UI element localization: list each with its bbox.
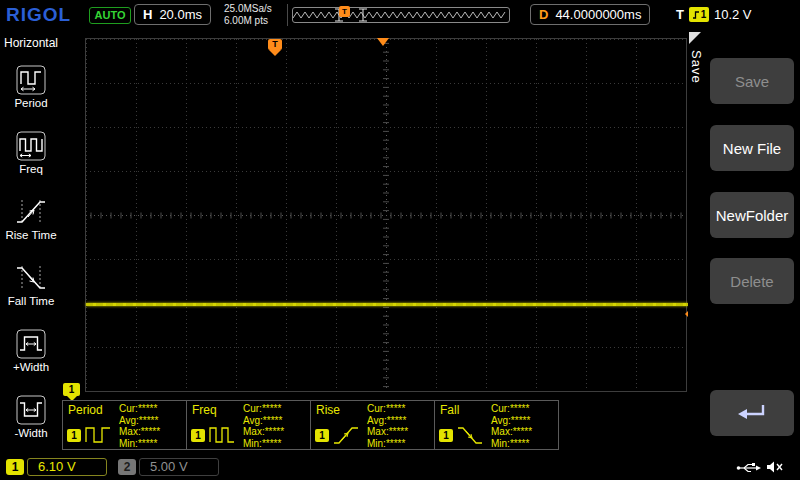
ch1-offset-marker[interactable]: 1 <box>63 383 80 401</box>
stat-label: Max: <box>243 426 265 437</box>
sidebar-item-freq[interactable]: Freq <box>0 120 62 186</box>
oscilloscope-screen: RIGOL AUTO H 20.0ms 25.0MSa/s 6.00M pts … <box>0 0 800 480</box>
sidebar-title: Horizontal <box>0 36 62 50</box>
rising-edge-icon <box>692 10 700 20</box>
stat-label: Max: <box>491 426 513 437</box>
trigger-source-channel: 1 <box>701 9 707 20</box>
trigger-position-flag: T <box>268 39 282 50</box>
stat-cur: Cur:***** <box>119 403 160 415</box>
stat-label: Cur: <box>491 403 510 414</box>
bottom-status-bar: 1 6.10 V 2 5.00 V <box>0 455 800 480</box>
measurement-source: 1 <box>439 424 484 446</box>
waveform-memory-preview[interactable]: T <box>292 7 510 23</box>
usb-icon <box>736 462 762 474</box>
menu-back-button[interactable] <box>710 390 794 436</box>
freq-wave-icon <box>208 424 236 446</box>
measurement-name: Freq <box>192 403 217 417</box>
sidebar-item-pos-width[interactable]: +Width <box>0 318 62 384</box>
measurement-name: Fall <box>440 403 459 417</box>
stat-max: Max:***** <box>491 426 532 438</box>
delay-value: 44.0000000ms <box>555 7 641 22</box>
measure-sidebar: Horizontal Period Freq <box>0 30 62 455</box>
stat-value: ***** <box>138 403 157 414</box>
stat-min: Min:***** <box>367 438 408 450</box>
timebase-value: 20.0ms <box>159 7 202 22</box>
top-status-bar: RIGOL AUTO H 20.0ms 25.0MSa/s 6.00M pts … <box>0 0 800 30</box>
stat-value: ***** <box>389 426 408 437</box>
stat-value: ***** <box>262 403 281 414</box>
stat-label: Avg: <box>243 415 263 426</box>
stat-value: ***** <box>139 415 158 426</box>
sidebar-item-label: +Width <box>13 361 49 373</box>
measurement-stats: Cur:***** Avg:***** Max:***** Min:***** <box>367 403 408 449</box>
channel-badge: 1 <box>315 429 329 442</box>
stat-value: ***** <box>510 438 529 449</box>
sidebar-item-fall-time[interactable]: Fall Time <box>0 252 62 318</box>
stat-value: ***** <box>510 403 529 414</box>
ch1-badge[interactable]: 1 <box>6 459 24 475</box>
rise-time-icon <box>16 197 46 227</box>
memory-depth: 6.00M pts <box>224 15 272 27</box>
menu-new-folder-button[interactable]: NewFolder <box>710 192 794 238</box>
fall-time-icon <box>16 263 46 293</box>
sidebar-item-label: Period <box>14 97 47 109</box>
channel-badge: 1 <box>191 429 205 442</box>
menu-save-button[interactable]: Save <box>710 58 794 104</box>
stat-label: Avg: <box>491 415 511 426</box>
stat-cur: Cur:***** <box>367 403 408 415</box>
ch2-badge[interactable]: 2 <box>118 459 136 475</box>
stat-value: ***** <box>386 403 405 414</box>
menu-delete-button[interactable]: Delete <box>710 258 794 304</box>
topbar-divider <box>287 4 288 26</box>
trigger-position-marker[interactable]: T <box>268 39 282 56</box>
preview-trigger-marker: T <box>339 6 350 17</box>
menu-tab-wedge-icon <box>689 32 701 44</box>
acquisition-status-badge: AUTO <box>89 7 131 24</box>
stat-value: ***** <box>138 438 157 449</box>
sidebar-item-neg-width[interactable]: -Width <box>0 384 62 450</box>
stat-max: Max:***** <box>367 426 408 438</box>
ch1-scale-box[interactable]: 6.10 V <box>27 458 107 476</box>
sidebar-item-label: Rise Time <box>5 229 56 241</box>
pos-width-icon <box>16 329 46 359</box>
sample-rate: 25.0MSa/s <box>224 3 272 15</box>
sidebar-item-period[interactable]: Period <box>0 54 62 120</box>
stat-label: Avg: <box>367 415 387 426</box>
measurement-rise: Rise 1 Cur:***** Avg:***** Max:***** Min… <box>310 400 435 450</box>
delay-group[interactable]: D 44.0000000ms <box>530 4 650 25</box>
stat-cur: Cur:***** <box>491 403 532 415</box>
return-arrow-icon <box>735 401 769 425</box>
stat-label: Max: <box>367 426 389 437</box>
measurement-name: Period <box>68 403 103 417</box>
measurement-fall: Fall 1 Cur:***** Avg:***** Max:***** Min… <box>434 400 559 450</box>
stat-avg: Avg:***** <box>491 415 532 427</box>
horizontal-scale-group[interactable]: H 20.0ms <box>134 4 211 25</box>
stat-value: ***** <box>265 426 284 437</box>
measurement-source: 1 <box>67 424 112 446</box>
channel-badge: 1 <box>67 429 81 442</box>
measurement-stats: Cur:***** Avg:***** Max:***** Min:***** <box>491 403 532 449</box>
menu-tab-title: Save <box>689 50 704 84</box>
rigol-logo: RIGOL <box>6 4 71 26</box>
sidebar-item-label: Freq <box>19 163 43 175</box>
waveform-display-area <box>85 38 687 392</box>
sidebar-items: Period Freq Rise Time <box>0 54 62 450</box>
sidebar-item-rise-time[interactable]: Rise Time <box>0 186 62 252</box>
stat-max: Max:***** <box>119 426 160 438</box>
stat-max: Max:***** <box>243 426 284 438</box>
stat-value: ***** <box>511 415 530 426</box>
stat-min: Min:***** <box>119 438 160 450</box>
menu-new-file-button[interactable]: New File <box>710 125 794 171</box>
softkey-menu: Save Save New File NewFolder Delete <box>688 30 800 455</box>
trigger-status-group[interactable]: T 1 10.2 V <box>676 4 752 25</box>
speaker-muted-icon <box>766 460 784 474</box>
measurement-panel: Period 1 Cur:***** Avg:***** Max:***** M… <box>62 400 558 450</box>
stat-label: Cur: <box>367 403 386 414</box>
stat-value: ***** <box>263 415 282 426</box>
measurement-source: 1 <box>191 424 236 446</box>
channel-badge: 1 <box>439 429 453 442</box>
period-wave-icon <box>84 424 112 446</box>
ch2-scale-box[interactable]: 5.00 V <box>139 458 219 476</box>
ch1-trace <box>86 303 688 306</box>
stat-value: ***** <box>141 426 160 437</box>
